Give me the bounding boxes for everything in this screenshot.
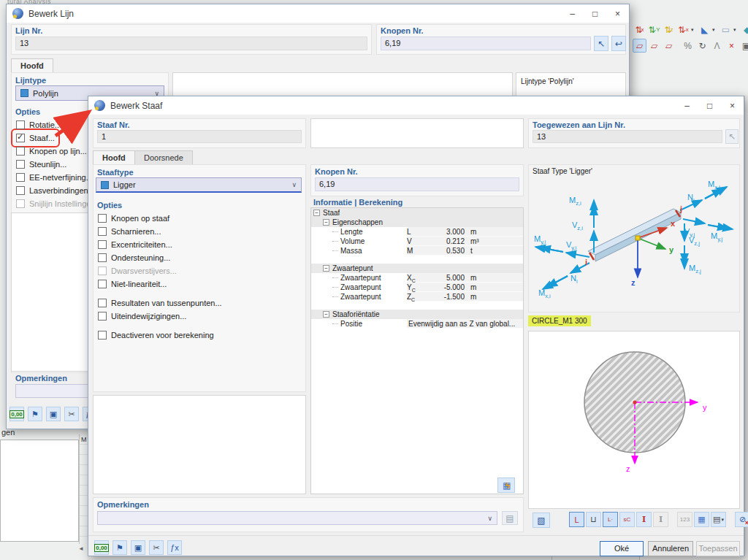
print-button[interactable]: ▤▾ xyxy=(711,512,726,527)
minimize-button[interactable]: – xyxy=(676,96,698,115)
collapse-icon[interactable]: − xyxy=(323,311,329,318)
stress-points-button[interactable]: I xyxy=(636,512,652,527)
checkbox-knopen-op-lijn[interactable] xyxy=(16,147,25,156)
checkbox-dwarsverstijvers[interactable] xyxy=(98,266,107,275)
checkbox-staaf[interactable] xyxy=(16,134,25,142)
checkbox-ondersteuning[interactable] xyxy=(98,253,107,262)
checkbox-snijlijn-instellingen[interactable] xyxy=(16,199,25,208)
cut-button[interactable]: ✂ xyxy=(149,540,164,555)
section-render-button[interactable]: ▧ xyxy=(533,513,550,528)
tree-row-zwaartepunt[interactable]: ZwaartepuntXC5.000m xyxy=(311,273,523,283)
checkbox-niet-lineariteit[interactable] xyxy=(98,280,107,288)
option-niet-lineariteit[interactable]: Niet-lineariteit... xyxy=(96,277,169,291)
section-outline-button[interactable]: L xyxy=(569,512,584,527)
pick-nodes-icon[interactable]: ↖ xyxy=(594,36,608,51)
scrollbar-left-arrow-icon[interactable]: ◄ xyxy=(78,545,84,552)
option-resultaten-van-tussenpunten[interactable]: Resultaten van tussenpunten... xyxy=(96,296,224,310)
member-dialog-titlebar[interactable]: Bewerk Staaf – □ × xyxy=(88,96,744,115)
display-button[interactable]: ▣ xyxy=(131,540,145,555)
fx-button[interactable]: ƒx xyxy=(167,540,182,555)
measure-button[interactable]: ⚑ xyxy=(112,540,127,555)
tree-row-staaforientatie[interactable]: −Staaforiëntatie xyxy=(311,310,523,319)
minimize-button[interactable]: – xyxy=(561,4,584,23)
collapse-icon[interactable]: − xyxy=(323,219,329,226)
profile-view-button[interactable]: I xyxy=(653,512,668,527)
option-ee-netverfijning[interactable]: EE-netverfijning... xyxy=(14,171,95,184)
units-button[interactable]: 0,00 xyxy=(9,407,24,421)
grid-button[interactable]: ▦ xyxy=(694,512,709,527)
option-ondersteuning[interactable]: Ondersteuning... xyxy=(96,251,172,264)
checkbox-lasverbindingen[interactable] xyxy=(16,186,25,195)
option-steunlijn[interactable]: Steunlijn... xyxy=(14,158,69,171)
option-excentriciteiten[interactable]: Excentriciteiten... xyxy=(96,238,175,251)
tree-row-volume[interactable]: VolumeV0.212m³ xyxy=(311,237,523,246)
option-deactiveren-voor-berekening[interactable]: Deactiveren voor berekening xyxy=(96,329,216,342)
shift-x-icon[interactable]: ⇅x xyxy=(633,23,646,37)
member-comments-combo[interactable]: ∨ xyxy=(97,511,497,525)
tree-row-zwaartepunt[interactable]: ZwaartepuntZC-1.500m xyxy=(311,292,523,302)
ok-button[interactable]: Oké xyxy=(600,541,644,556)
option-uiteindewijzigingen[interactable]: Uiteindewijzigingen... xyxy=(96,310,188,323)
snap-icon[interactable]: % xyxy=(681,39,695,53)
member-nodes-field[interactable]: 6,19 xyxy=(315,177,519,191)
line-dialog-titlebar[interactable]: Bewerk Lijn – □ × xyxy=(7,4,629,23)
numbering-button[interactable]: 123 xyxy=(677,512,692,527)
pick-line-icon[interactable]: ↖ xyxy=(725,129,739,144)
zoom-reset-button[interactable]: ⊘× xyxy=(735,512,748,527)
option-dwarsverstijvers[interactable]: Dwarsverstijvers... xyxy=(96,264,179,277)
checkbox-deactiveren-voor-berekening[interactable] xyxy=(98,331,107,340)
tree-row-zwaartepunt[interactable]: −Zwaartepunt xyxy=(311,264,523,273)
open-table-button[interactable]: ▦ ϟ xyxy=(497,477,515,493)
option-knopen-op-staaf[interactable]: Knopen op staaf xyxy=(96,212,172,225)
work-plane-xz-icon[interactable]: ▱ xyxy=(662,39,676,53)
rotate-view-icon[interactable]: ↻ xyxy=(695,39,709,53)
section-points-button[interactable]: L· xyxy=(603,512,618,527)
mirror-tool-icon[interactable]: ◣ xyxy=(698,23,711,37)
view-settings-icon[interactable]: ▣ xyxy=(739,39,748,53)
checkbox-ee-netverfijning[interactable] xyxy=(16,173,25,182)
tree-row-massa[interactable]: MassaM0.530t xyxy=(311,246,523,256)
checkbox-steunlijn[interactable] xyxy=(16,160,25,169)
mirror-view-icon[interactable]: Λ xyxy=(710,39,724,53)
apply-button[interactable]: Toepassen xyxy=(696,541,740,556)
units-button[interactable]: 0,00 xyxy=(94,540,109,555)
member-nr-field[interactable]: 1 xyxy=(97,130,302,143)
option-scharnieren[interactable]: Scharnieren... xyxy=(96,225,163,238)
option-lasverbindingen[interactable]: Lasverbindingen... xyxy=(14,184,97,197)
checkbox-excentriciteiten[interactable] xyxy=(98,240,107,249)
dropdown-caret-icon[interactable]: ▾ xyxy=(691,27,697,33)
checkbox-scharnieren[interactable] xyxy=(98,227,107,236)
tree-row-positie[interactable]: PositieEvenwijdig aan as Z van global... xyxy=(311,319,523,329)
undo-icon[interactable]: ↩ xyxy=(611,36,626,51)
tab-hoofd[interactable]: Hoofd xyxy=(93,150,135,164)
maximize-button[interactable]: □ xyxy=(584,4,606,23)
tab-hoofd[interactable]: Hoofd xyxy=(11,58,53,72)
tree-row-staaf[interactable]: −Staaf xyxy=(311,208,523,218)
dropdown-caret-icon[interactable]: ▾ xyxy=(733,27,739,33)
tree-row-eigenschappen[interactable]: −Eigenschappen xyxy=(311,218,523,227)
section-dimensions-button[interactable]: ⊔ xyxy=(586,512,601,527)
display-button[interactable]: ▣ xyxy=(46,407,61,421)
collapse-icon[interactable]: − xyxy=(323,265,329,272)
tree-row-zwaartepunt[interactable]: ZwaartepuntYC-5.000m xyxy=(311,283,523,292)
assigned-line-field[interactable]: 13 xyxy=(533,130,722,143)
tree-row-lengte[interactable]: LengteL3.000m xyxy=(311,227,523,237)
work-plane-icon[interactable]: ◆ xyxy=(740,23,748,37)
copy-comment-icon[interactable]: ▤ xyxy=(502,511,518,525)
line-nodes-field[interactable]: 6,19 xyxy=(381,37,591,50)
shear-center-button[interactable]: sC xyxy=(619,512,635,527)
cancel-button[interactable]: Annuleren xyxy=(648,541,693,556)
cut-button[interactable]: ✂ xyxy=(64,407,79,421)
checkbox-knopen-op-staaf[interactable] xyxy=(98,214,107,223)
line-nr-field[interactable]: 13 xyxy=(15,37,367,50)
work-plane-yz-icon[interactable]: ▱ xyxy=(647,39,661,53)
checkbox-rotatie[interactable] xyxy=(16,120,25,129)
collapse-icon[interactable]: − xyxy=(313,210,320,216)
shift-neg-x-icon[interactable]: ⇅-x xyxy=(676,23,690,37)
close-button[interactable]: × xyxy=(606,4,629,23)
work-plane-xy-icon[interactable]: ▱ xyxy=(633,39,646,53)
member-type-dropdown[interactable]: Ligger ∨ xyxy=(96,177,302,193)
checkbox-resultaten-van-tussenpunten[interactable] xyxy=(98,299,107,307)
shift-neg-y-icon[interactable]: ⇅-Y xyxy=(647,23,661,37)
dropdown-caret-icon[interactable]: ▾ xyxy=(712,27,718,33)
